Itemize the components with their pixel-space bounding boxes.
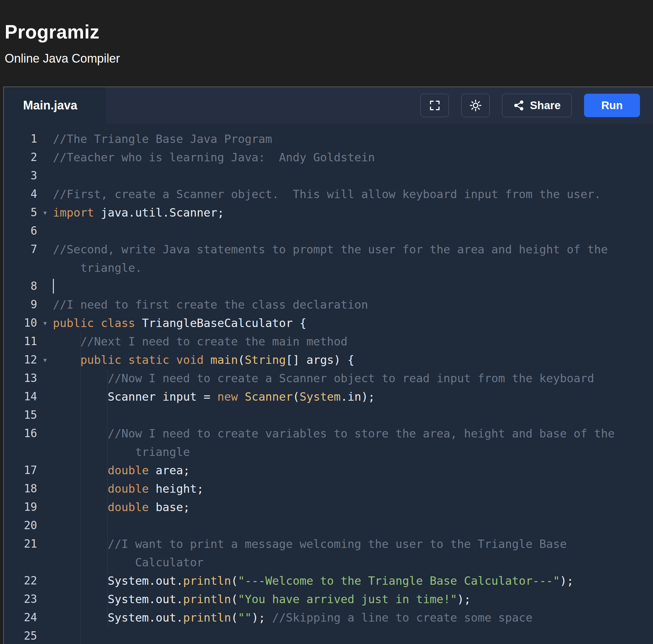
fold-arrow-icon[interactable]: ▾ — [37, 355, 53, 365]
line-number: 7 — [4, 243, 37, 256]
line-number: 21 — [4, 537, 37, 550]
code-lines: 1//The Triangle Base Java Program2//Teac… — [4, 129, 653, 644]
run-button[interactable]: Run — [584, 94, 640, 117]
line-number: 14 — [4, 390, 37, 403]
tab-main-java[interactable]: Main.java — [4, 87, 106, 124]
page-title: Online Java Compiler — [5, 51, 653, 66]
line-number: 5 — [4, 206, 37, 219]
line-number: 13 — [4, 372, 37, 385]
text-cursor — [53, 279, 54, 293]
code-row[interactable]: triangle. — [4, 258, 653, 277]
code-row[interactable]: triangle — [4, 443, 653, 461]
code-text: //Second, write Java statements to promp… — [53, 243, 608, 256]
editor-toolbar: Share Run — [106, 87, 653, 124]
code-row[interactable]: 11 //Next I need to create the main meth… — [4, 332, 653, 351]
code-text: Calculator — [53, 556, 203, 569]
code-row[interactable]: 6 — [4, 221, 653, 240]
share-label: Share — [530, 99, 561, 112]
code-row[interactable]: 15 — [4, 406, 653, 424]
code-text: Scanner input = new Scanner(System.in); — [53, 390, 375, 403]
code-text: public static void main(String[] args) { — [53, 353, 355, 366]
code-row[interactable]: 5▾import java.util.Scanner; — [4, 203, 653, 221]
programiz-logo[interactable]: Programiz — [5, 21, 653, 43]
code-text: //I want to print a message welcoming th… — [53, 537, 567, 551]
code-row[interactable]: 18 double height; — [4, 479, 653, 498]
line-number: 16 — [4, 427, 37, 440]
theme-toggle-button[interactable] — [461, 94, 490, 117]
fold-arrow-icon[interactable]: ▾ — [37, 208, 53, 218]
code-row[interactable]: 8 — [4, 277, 653, 295]
code-text: //The Triangle Base Java Program — [53, 132, 272, 146]
code-editor-panel: Main.java — [3, 87, 653, 644]
line-number: 15 — [4, 408, 37, 422]
share-button[interactable]: Share — [502, 94, 572, 117]
code-row[interactable]: 19 double base; — [4, 498, 653, 516]
fullscreen-button[interactable] — [420, 94, 449, 117]
code-text — [53, 279, 54, 293]
line-number: 20 — [4, 519, 37, 532]
code-text: //Now I need to create variables to stor… — [53, 427, 615, 440]
editor-tabbar: Main.java — [4, 87, 653, 124]
code-row[interactable]: 23 System.out.println("You have arrived … — [4, 590, 653, 608]
code-row[interactable]: 24 System.out.println(""); //Skipping a … — [4, 608, 653, 627]
code-editor[interactable]: 1//The Triangle Base Java Program2//Teac… — [4, 124, 653, 644]
line-number: 1 — [4, 132, 37, 145]
code-text: double height; — [53, 482, 203, 495]
line-number: 24 — [4, 611, 37, 624]
app-header: Programiz Online Java Compiler — [0, 0, 653, 87]
line-number: 9 — [4, 298, 37, 311]
code-text: import java.util.Scanner; — [53, 206, 224, 219]
line-number: 18 — [4, 482, 37, 495]
line-number: 8 — [4, 280, 37, 292]
code-text: triangle — [53, 445, 190, 458]
code-text: System.out.println(""); //Skipping a lin… — [53, 611, 533, 624]
code-text: public class TriangleBaseCalculator { — [53, 316, 306, 330]
line-number: 3 — [4, 169, 37, 182]
code-text: //I need to first create the class decla… — [53, 298, 368, 311]
line-number: 6 — [4, 224, 37, 237]
fullscreen-icon — [429, 99, 441, 112]
code-text: System.out.println("You have arrived jus… — [53, 593, 471, 606]
code-row[interactable]: 12▾ public static void main(String[] arg… — [4, 351, 653, 369]
line-number: 10 — [4, 316, 37, 329]
code-text: //Teacher who is learning Java: Andy Gol… — [53, 151, 375, 164]
line-number: 23 — [4, 593, 37, 605]
line-number: 25 — [4, 629, 37, 642]
line-number: 12 — [4, 353, 37, 366]
code-row[interactable]: 7//Second, write Java statements to prom… — [4, 240, 653, 258]
line-number: 2 — [4, 151, 37, 164]
code-text: double base; — [53, 500, 190, 514]
line-number: 4 — [4, 187, 37, 200]
code-row[interactable]: 13 //Now I need to create a Scanner obje… — [4, 369, 653, 387]
code-row[interactable]: 25 — [4, 627, 653, 644]
line-number: 22 — [4, 574, 37, 587]
line-number: 17 — [4, 463, 37, 477]
indent-guide — [107, 369, 108, 627]
code-row[interactable]: 14 Scanner input = new Scanner(System.in… — [4, 387, 653, 406]
code-text: System.out.println("---Welcome to the Tr… — [53, 574, 574, 588]
code-row[interactable]: 10▾public class TriangleBaseCalculator { — [4, 314, 653, 332]
code-row[interactable]: 20 — [4, 516, 653, 534]
code-row[interactable]: 22 System.out.println("---Welcome to the… — [4, 571, 653, 590]
code-row[interactable]: Calculator — [4, 553, 653, 571]
code-row[interactable]: 16 //Now I need to create variables to s… — [4, 424, 653, 443]
code-row[interactable]: 3 — [4, 166, 653, 185]
code-text: double area; — [53, 463, 190, 477]
tab-label: Main.java — [23, 98, 77, 113]
code-text: //First, create a Scanner object. This w… — [53, 187, 601, 201]
indent-guide — [80, 332, 81, 644]
code-text: //Now I need to create a Scanner object … — [53, 372, 594, 385]
fold-arrow-icon[interactable]: ▾ — [37, 318, 53, 328]
code-text: triangle. — [53, 261, 142, 275]
code-row[interactable]: 4//First, create a Scanner object. This … — [4, 185, 653, 203]
code-row[interactable]: 1//The Triangle Base Java Program — [4, 129, 653, 148]
sun-icon — [469, 99, 482, 112]
line-number: 19 — [4, 500, 37, 514]
code-row[interactable]: 2//Teacher who is learning Java: Andy Go… — [4, 148, 653, 166]
share-icon — [513, 100, 525, 111]
code-row[interactable]: 17 double area; — [4, 461, 653, 479]
line-number: 11 — [4, 335, 37, 348]
code-row[interactable]: 21 //I want to print a message welcoming… — [4, 534, 653, 553]
code-text: //Next I need to create the main method — [53, 335, 347, 348]
code-row[interactable]: 9//I need to first create the class decl… — [4, 295, 653, 314]
